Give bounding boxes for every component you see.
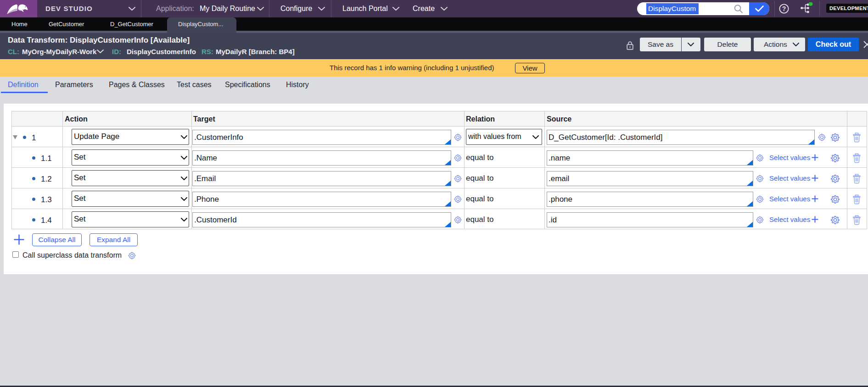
svg-text:?: ?: [782, 5, 786, 12]
